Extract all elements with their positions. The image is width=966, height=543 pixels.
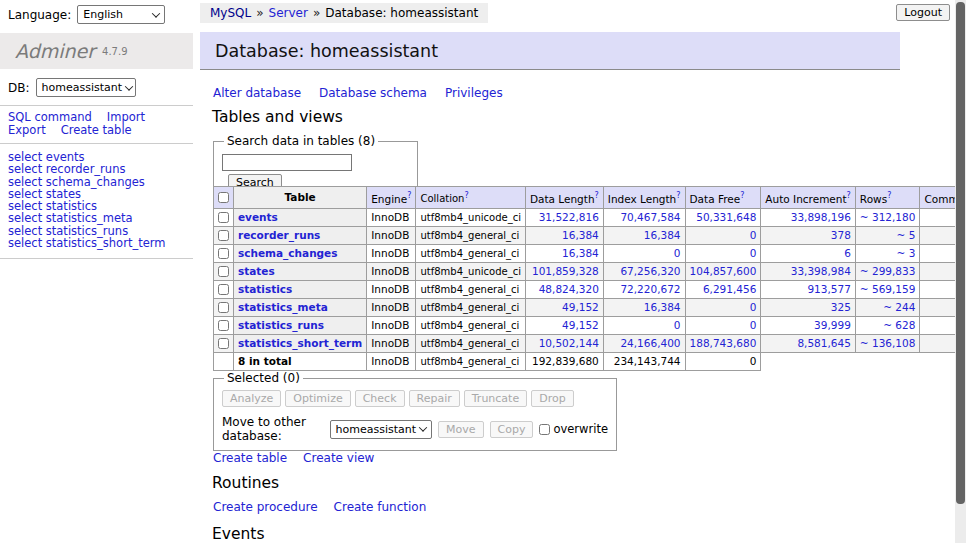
column-help-link[interactable]: ? [464, 191, 468, 200]
data-length-link[interactable]: 49,152 [562, 319, 599, 331]
rows-link[interactable]: ~ 244 [883, 301, 915, 313]
data-free-link[interactable]: 0 [750, 301, 757, 313]
data-free-link[interactable]: 0 [750, 247, 757, 259]
data-length-link[interactable]: 16,384 [562, 229, 599, 241]
create-table-link[interactable]: Create table [213, 451, 287, 465]
rows-link[interactable]: ~ 3 [897, 247, 916, 259]
auto-increment-link[interactable]: 39,999 [814, 319, 851, 331]
create-function-link[interactable]: Create function [334, 500, 427, 514]
create-procedure-link[interactable]: Create procedure [213, 500, 318, 514]
index-length-link[interactable]: 24,166,400 [620, 337, 680, 349]
search-input[interactable] [222, 154, 352, 171]
rows-link[interactable]: ~ 299,833 [860, 265, 916, 277]
table-name-link[interactable]: statistics [238, 283, 292, 295]
check-button[interactable]: Check [355, 390, 405, 407]
column-help-link[interactable]: ? [740, 191, 744, 200]
alter-database-link[interactable]: Alter database [213, 86, 301, 100]
auto-increment-link[interactable]: 6 [844, 247, 851, 259]
scrollbar-track[interactable] [955, 0, 966, 543]
truncate-button[interactable]: Truncate [464, 390, 527, 407]
sidebar-import-link[interactable]: Import [107, 110, 145, 124]
data-free-link[interactable]: 50,331,648 [696, 211, 756, 223]
data-free-link[interactable]: 188,743,680 [690, 337, 757, 349]
rows-link[interactable]: ~ 569,159 [860, 283, 916, 295]
column-help-link[interactable]: ? [595, 191, 599, 200]
row-checkbox[interactable] [218, 230, 229, 241]
index-length-link[interactable]: 16,384 [644, 301, 681, 313]
database-schema-link[interactable]: Database schema [319, 86, 427, 100]
table-name-link[interactable]: schema_changes [238, 247, 338, 259]
copy-button[interactable]: Copy [490, 421, 534, 438]
data-length-link[interactable]: 48,824,320 [539, 283, 599, 295]
column-header-rows: Rows? [855, 187, 920, 209]
auto-increment-link[interactable]: 33,398,984 [791, 265, 851, 277]
table-name-link[interactable]: events [238, 211, 278, 223]
table-name-link[interactable]: statistics_short_term [238, 337, 362, 349]
column-help-link[interactable]: ? [676, 191, 680, 200]
auto-increment-link[interactable]: 33,898,196 [791, 211, 851, 223]
row-checkbox[interactable] [218, 266, 229, 277]
column-help-link[interactable]: ? [887, 191, 891, 200]
data-length-link[interactable]: 16,384 [562, 247, 599, 259]
auto-increment-link[interactable]: 8,581,645 [797, 337, 850, 349]
index-length-link[interactable]: 70,467,584 [620, 211, 680, 223]
index-length-link[interactable]: 67,256,320 [620, 265, 680, 277]
index-length-link[interactable]: 0 [674, 247, 681, 259]
optimize-button[interactable]: Optimize [285, 390, 350, 407]
repair-button[interactable]: Repair [409, 390, 460, 407]
rows-link[interactable]: ~ 628 [883, 319, 915, 331]
analyze-button[interactable]: Analyze [222, 390, 281, 407]
data-length-link[interactable]: 10,502,144 [539, 337, 599, 349]
auto-increment-link[interactable]: 325 [831, 301, 851, 313]
rows-link[interactable]: ~ 312,180 [860, 211, 916, 223]
sidebar-item-select-statistics-short-term[interactable]: select statistics_short_term [8, 237, 165, 249]
move-button[interactable]: Move [438, 421, 484, 438]
column-help-link[interactable]: ? [407, 191, 411, 200]
sidebar-export-link[interactable]: Export [8, 123, 46, 137]
row-checkbox[interactable] [218, 212, 229, 223]
overwrite-checkbox[interactable] [539, 424, 550, 435]
auto-increment-cell: 33,398,984 [761, 262, 856, 280]
index-length-link[interactable]: 16,384 [644, 229, 681, 241]
data-free-link[interactable]: 0 [750, 229, 757, 241]
sidebar-item-select-statistics-meta[interactable]: select statistics_meta [8, 212, 165, 224]
row-checkbox[interactable] [218, 302, 229, 313]
auto-increment-link[interactable]: 378 [831, 229, 851, 241]
language-select[interactable]: English [77, 5, 165, 24]
privileges-link[interactable]: Privileges [445, 86, 503, 100]
logout-button[interactable]: Logout [896, 4, 950, 21]
create-view-link[interactable]: Create view [303, 451, 374, 465]
scrollbar-thumb[interactable] [956, 2, 965, 504]
breadcrumb-mysql-link[interactable]: MySQL [210, 6, 251, 20]
select-all-checkbox[interactable] [218, 192, 229, 203]
data-length-link[interactable]: 31,522,816 [539, 211, 599, 223]
row-checkbox[interactable] [218, 338, 229, 349]
table-name-link[interactable]: statistics_runs [238, 319, 324, 331]
table-name-link[interactable]: states [238, 265, 275, 277]
move-database-select[interactable]: homeassistant [330, 420, 433, 439]
data-free-link[interactable]: 104,857,600 [690, 265, 757, 277]
auto-increment-link[interactable]: 913,577 [807, 283, 850, 295]
table-name-link[interactable]: recorder_runs [238, 229, 320, 241]
breadcrumb-server-link[interactable]: Server [269, 6, 308, 20]
column-help-link[interactable]: ? [847, 191, 851, 200]
data-length-cell: 31,522,816 [525, 208, 603, 226]
drop-button[interactable]: Drop [531, 390, 573, 407]
rows-link[interactable]: ~ 136,108 [860, 337, 916, 349]
table-name-link[interactable]: statistics_meta [238, 301, 328, 313]
sidebar-sql-command-link[interactable]: SQL command [8, 110, 92, 124]
index-length-link[interactable]: 0 [674, 319, 681, 331]
rows-link[interactable]: ~ 5 [897, 229, 916, 241]
row-checkbox[interactable] [218, 284, 229, 295]
row-checkbox[interactable] [218, 248, 229, 259]
index-length-link[interactable]: 72,220,672 [620, 283, 680, 295]
data-length-link[interactable]: 49,152 [562, 301, 599, 313]
sidebar-item-select-recorder-runs[interactable]: select recorder_runs [8, 163, 165, 175]
data-free-link[interactable]: 6,291,456 [703, 283, 756, 295]
data-length-link[interactable]: 101,859,328 [532, 265, 599, 277]
overwrite-option: overwrite [539, 422, 608, 436]
row-checkbox[interactable] [218, 320, 229, 331]
data-free-link[interactable]: 0 [750, 319, 757, 331]
sidebar-create-table-link[interactable]: Create table [61, 123, 132, 137]
db-select[interactable]: homeassistant [36, 78, 136, 97]
